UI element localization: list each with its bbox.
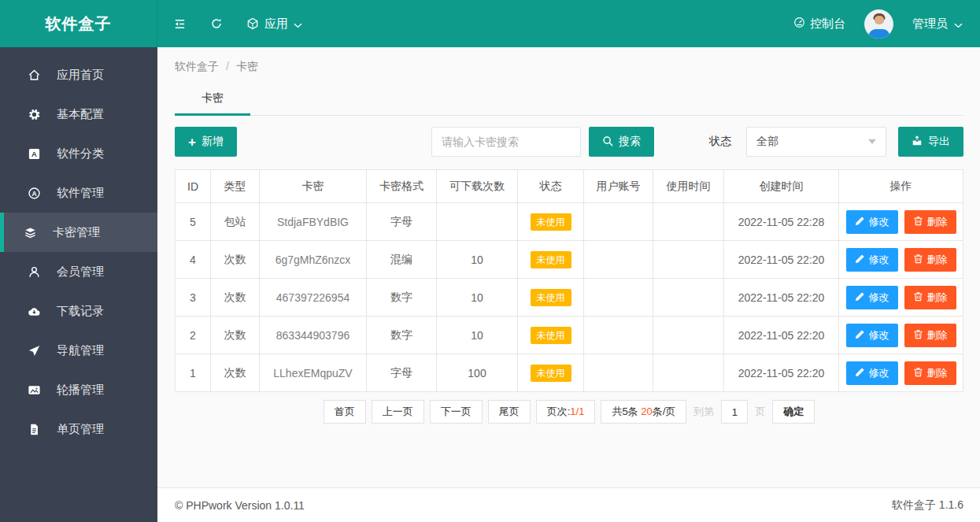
sidebar-item-member[interactable]: 会员管理 [0, 252, 157, 291]
status-badge: 未使用 [531, 251, 571, 268]
row-type: 次数 [211, 241, 260, 279]
add-button[interactable]: + 新增 [175, 127, 237, 157]
row-format: 字母 [367, 354, 437, 392]
edit-button[interactable]: 修改 [846, 324, 898, 347]
row-id: 5 [176, 203, 211, 241]
delete-button[interactable]: 删除 [904, 248, 956, 272]
goto-page-input[interactable] [721, 400, 748, 424]
sidebar-item-gear[interactable]: 基本配置 [0, 94, 157, 134]
row-user [584, 203, 653, 241]
table-row: 5包站StdjaFBYdBIG字母未使用2022-11-05 22:28修改删除 [176, 203, 963, 241]
sidebar-item-category[interactable]: A软件分类 [0, 134, 157, 173]
column-header: 卡密 [260, 170, 367, 203]
goto-unit-label: 页 [753, 405, 767, 419]
sidebar-item-label: 单页管理 [57, 422, 104, 437]
table-body: 5包站StdjaFBYdBIG字母未使用2022-11-05 22:28修改删除… [176, 203, 963, 392]
sidebar-item-carousel[interactable]: 轮播管理 [0, 370, 157, 409]
delete-button[interactable]: 删除 [904, 324, 956, 347]
export-button[interactable]: 导出 [898, 127, 963, 157]
goto-confirm-button[interactable]: 确定 [772, 400, 815, 424]
row-status: 未使用 [518, 241, 584, 279]
row-type: 次数 [211, 317, 260, 354]
column-header: 使用时间 [653, 170, 724, 203]
tab-kami[interactable]: 卡密 [175, 84, 250, 116]
edit-button[interactable]: 修改 [846, 210, 898, 234]
row-created-time: 2022-11-05 22:28 [724, 203, 839, 241]
delete-button[interactable]: 删除 [904, 361, 956, 385]
main-area: 软件盒子/卡密 卡密 + 新增 搜索 状态 全部 [157, 47, 980, 522]
top-bar: 软件盒子 应用 控制台 管理员 [0, 0, 980, 47]
status-badge: 未使用 [531, 365, 571, 382]
add-button-label: 新增 [202, 135, 224, 149]
row-user [584, 241, 653, 279]
column-header: 类型 [211, 170, 260, 203]
edit-button[interactable]: 修改 [846, 286, 898, 309]
footer-copyright: © PHPwork Version 1.0.11 [175, 499, 305, 512]
search-input[interactable] [431, 127, 581, 157]
member-icon [28, 265, 43, 279]
page-next-button[interactable]: 下一页 [430, 400, 483, 424]
row-key: StdjaFBYdBIG [260, 203, 367, 241]
collapse-sidebar-icon[interactable] [173, 17, 187, 31]
chevron-down-icon [294, 17, 302, 31]
row-format: 数字 [367, 317, 437, 354]
row-key: 863344903796 [260, 317, 367, 354]
row-status: 未使用 [518, 203, 584, 241]
row-downloads [437, 203, 518, 241]
page-info-value: 1/1 [570, 405, 584, 417]
page-first-button[interactable]: 首页 [324, 400, 366, 424]
pencil-icon [855, 367, 865, 379]
breadcrumb-current: 卡密 [236, 60, 258, 72]
row-downloads: 10 [437, 241, 518, 279]
edit-button[interactable]: 修改 [846, 248, 898, 272]
row-key: LLhexEMqpuZV [260, 354, 367, 392]
footer: © PHPwork Version 1.0.11 软件盒子 1.1.6 [157, 487, 980, 522]
sidebar-item-navigation[interactable]: 导航管理 [0, 331, 157, 370]
pagination: 首页 上一页 下一页 尾页 页次:1/1 共5条 20条/页 到第 页 确定 [175, 400, 963, 424]
export-icon [912, 135, 923, 149]
app-menu[interactable]: 应用 [246, 17, 302, 31]
export-button-label: 导出 [928, 135, 950, 149]
pencil-icon [855, 216, 865, 228]
sidebar-item-label: 软件分类 [57, 146, 104, 161]
sidebar-item-software[interactable]: A软件管理 [0, 173, 157, 213]
delete-button[interactable]: 删除 [904, 286, 956, 309]
user-menu[interactable]: 管理员 [912, 17, 963, 31]
row-created-time: 2022-11-05 22:20 [724, 241, 839, 279]
sidebar-item-label: 导航管理 [57, 343, 104, 358]
delete-button[interactable]: 删除 [904, 210, 956, 234]
page-info: 页次:1/1 [536, 400, 596, 424]
row-format: 混编 [367, 241, 437, 279]
pencil-icon [855, 254, 865, 266]
sidebar-item-home[interactable]: 应用首页 [0, 55, 157, 94]
refresh-icon[interactable] [210, 17, 223, 30]
row-created-time: 2022-11-05 22:20 [724, 354, 839, 392]
status-select[interactable]: 全部 [746, 127, 886, 157]
search-button[interactable]: 搜索 [589, 127, 654, 157]
console-link[interactable]: 控制台 [793, 17, 845, 31]
row-actions: 修改删除 [839, 279, 963, 317]
trash-icon [913, 291, 923, 304]
edit-button[interactable]: 修改 [846, 361, 898, 385]
home-icon [28, 68, 43, 82]
page-last-button[interactable]: 尾页 [488, 400, 531, 424]
breadcrumb-separator: / [226, 60, 229, 72]
sidebar-item-layers[interactable]: 卡密管理 [0, 213, 157, 252]
breadcrumb-root[interactable]: 软件盒子 [175, 60, 219, 72]
avatar[interactable] [864, 9, 893, 39]
page-prev-button[interactable]: 上一页 [372, 400, 424, 424]
sidebar-menu: 应用首页基本配置A软件分类A软件管理卡密管理会员管理下载记录导航管理轮播管理单页… [0, 55, 157, 449]
row-downloads: 10 [437, 317, 518, 354]
app-logo[interactable]: 软件盒子 [0, 0, 157, 47]
sidebar-item-page[interactable]: 单页管理 [0, 409, 157, 449]
row-user [584, 317, 653, 354]
row-type: 包站 [211, 203, 260, 241]
goto-label: 到第 [692, 405, 716, 419]
per-page-label: 条/页 [653, 405, 676, 417]
trash-icon [913, 367, 923, 379]
software-icon: A [28, 187, 43, 200]
sidebar-item-cloud-download[interactable]: 下载记录 [0, 291, 157, 331]
cloud-download-icon [28, 305, 43, 318]
row-used-time [653, 317, 724, 354]
row-id: 4 [176, 241, 211, 279]
